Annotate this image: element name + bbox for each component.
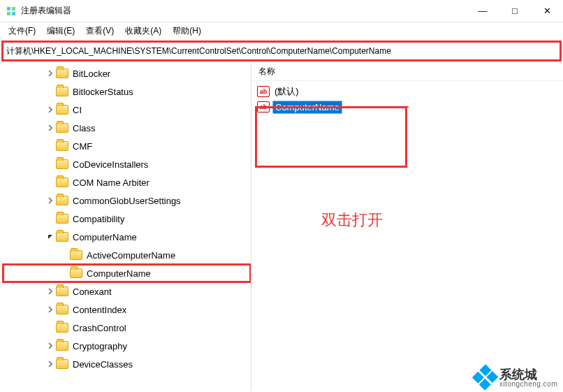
chevron-none [45, 213, 56, 224]
tree-item-bitlocker[interactable]: BitLocker [3, 64, 251, 82]
tree-item-label: Conexant [71, 286, 113, 298]
list-pane[interactable]: 名称 ab(默认)abComputerName [251, 63, 563, 391]
svg-rect-3 [12, 12, 15, 15]
tree-item-com-name-arbiter[interactable]: COM Name Arbiter [3, 173, 251, 191]
tree-item-label: CrashControl [71, 322, 128, 334]
chevron-none [59, 249, 70, 261]
tree-item-label: CI [71, 104, 83, 116]
tree-item-contentindex[interactable]: ContentIndex [3, 300, 251, 319]
tree-item-cryptography[interactable]: Cryptography [3, 337, 251, 355]
string-value-icon: ab [257, 86, 270, 97]
svg-rect-1 [12, 7, 15, 10]
tree-item-computername[interactable]: ComputerName [3, 264, 251, 282]
app-icon [6, 6, 17, 17]
window-controls: — □ ✕ [467, 0, 563, 22]
tree-item-bitlockerstatus[interactable]: BitlockerStatus [3, 82, 251, 101]
tree-item-ci[interactable]: CI [3, 101, 251, 119]
chevron-none [45, 86, 56, 97]
folder-icon [56, 123, 68, 133]
folder-icon [56, 159, 68, 169]
folder-icon [70, 250, 82, 260]
window-title: 注册表编辑器 [21, 5, 467, 17]
menu-edit[interactable]: 编辑(E) [41, 24, 80, 38]
close-button[interactable]: ✕ [531, 0, 563, 22]
folder-icon [56, 359, 68, 369]
folder-icon [56, 305, 68, 314]
list-header-name[interactable]: 名称 [251, 63, 563, 81]
folder-icon [56, 323, 68, 333]
watermark-cn: 系统城 [499, 368, 557, 381]
tree-item-label: Cryptography [71, 340, 129, 352]
chevron-none [45, 159, 56, 170]
chevron-right-icon[interactable] [45, 104, 56, 115]
tree-item-crashcontrol[interactable]: CrashControl [3, 319, 251, 337]
folder-icon [56, 232, 68, 242]
tree-item-label: Class [71, 122, 97, 134]
svg-rect-2 [7, 12, 10, 15]
watermark: 系统城 xitongcheng.com [476, 368, 557, 388]
tree-item-label: ContentIndex [71, 304, 128, 316]
folder-icon [56, 196, 68, 205]
folder-icon [56, 87, 68, 96]
tree-item-computername[interactable]: ComputerName [3, 228, 251, 246]
chevron-right-icon[interactable] [45, 195, 56, 206]
content-area: BitLockerBitlockerStatusCIClassCMFCoDevi… [0, 63, 563, 391]
tree-item-label: BitlockerStatus [71, 86, 135, 98]
list-row[interactable]: ab(默认) [257, 84, 557, 99]
chevron-right-icon[interactable] [45, 304, 56, 315]
menu-favorites[interactable]: 收藏夹(A) [119, 24, 167, 38]
chevron-down-icon[interactable] [45, 231, 56, 242]
tree-item-cmf[interactable]: CMF [3, 137, 251, 155]
tree-item-label: Compatibility [71, 213, 126, 225]
chevron-none [45, 177, 56, 188]
minimize-button[interactable]: — [467, 0, 499, 22]
string-value-icon: ab [257, 101, 270, 112]
menu-help[interactable]: 帮助(H) [167, 24, 207, 38]
tree-item-label: ActiveComputerName [85, 249, 177, 261]
tree-item-label: COM Name Arbiter [71, 177, 151, 189]
tree-item-codeviceinstallers[interactable]: CoDeviceInstallers [3, 155, 251, 173]
tree-item-label: ComputerName [85, 268, 152, 280]
chevron-none [45, 140, 56, 152]
folder-icon [56, 177, 68, 187]
tree-pane[interactable]: BitLockerBitlockerStatusCIClassCMFCoDevi… [0, 63, 251, 391]
tree-item-class[interactable]: Class [3, 119, 251, 137]
chevron-right-icon[interactable] [45, 358, 56, 370]
chevron-right-icon[interactable] [45, 68, 56, 79]
chevron-right-icon[interactable] [45, 286, 56, 297]
menu-file[interactable]: 文件(F) [3, 24, 41, 38]
tree-item-label: CMF [71, 140, 94, 152]
tree-item-commonglobusersettings[interactable]: CommonGlobUserSettings [3, 191, 251, 210]
window-titlebar: 注册表编辑器 — □ ✕ [0, 0, 563, 22]
tree-item-conexant[interactable]: Conexant [3, 282, 251, 300]
chevron-none [45, 322, 56, 333]
tree-item-activecomputername[interactable]: ActiveComputerName [3, 246, 251, 264]
folder-icon [70, 268, 82, 278]
tree-item-label: CommonGlobUserSettings [71, 195, 182, 207]
maximize-button[interactable]: □ [499, 0, 531, 22]
tree-item-label: CoDeviceInstallers [71, 159, 149, 170]
folder-icon [56, 214, 68, 224]
svg-rect-0 [7, 7, 10, 10]
tree-item-label: BitLocker [71, 68, 112, 80]
folder-icon [56, 286, 68, 296]
watermark-icon [471, 364, 499, 392]
menu-view[interactable]: 查看(V) [80, 24, 119, 38]
annotation-text: 双击打开 [321, 210, 383, 231]
folder-icon [56, 105, 68, 115]
address-path: 计算机\HKEY_LOCAL_MACHINE\SYSTEM\CurrentCon… [6, 45, 391, 57]
menubar: 文件(F) 编辑(E) 查看(V) 收藏夹(A) 帮助(H) [0, 22, 563, 39]
folder-icon [56, 141, 68, 151]
tree-item-label: DeviceClasses [71, 358, 134, 370]
watermark-en: xitongcheng.com [499, 381, 557, 388]
chevron-right-icon[interactable] [45, 340, 56, 351]
chevron-none [59, 268, 70, 279]
tree-item-compatibility[interactable]: Compatibility [3, 210, 251, 228]
folder-icon [56, 341, 68, 351]
tree-item-label: ComputerName [71, 231, 138, 243]
tree-item-deviceclasses[interactable]: DeviceClasses [3, 355, 251, 373]
list-row-name: (默认) [272, 85, 301, 99]
annotation-strike-line [293, 106, 409, 108]
chevron-right-icon[interactable] [45, 122, 56, 133]
address-bar[interactable]: 计算机\HKEY_LOCAL_MACHINE\SYSTEM\CurrentCon… [1, 41, 562, 61]
